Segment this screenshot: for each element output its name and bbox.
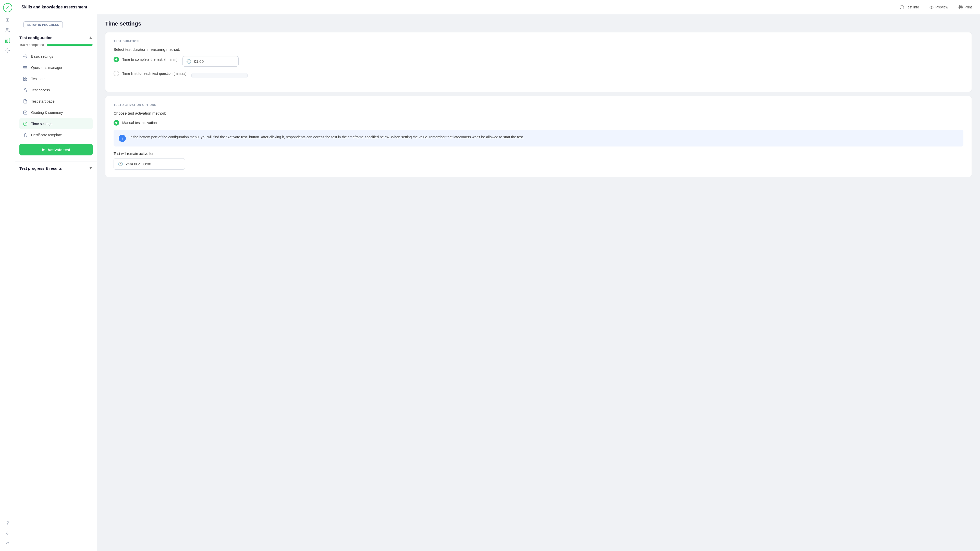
- manual-activation-radio[interactable]: [114, 120, 119, 126]
- test-access-icon: [22, 87, 28, 93]
- print-label: Print: [964, 5, 972, 9]
- svg-rect-20: [24, 90, 27, 92]
- test-duration-question: Select test duration measuring method:: [114, 47, 963, 51]
- print-icon: [958, 5, 963, 10]
- svg-point-10: [25, 56, 26, 57]
- nav-icon-chart[interactable]: [3, 36, 12, 45]
- svg-point-8: [931, 6, 932, 8]
- main-wrapper: Skills and knowledge assessment Test inf…: [15, 0, 980, 551]
- nav-icon-users[interactable]: [3, 25, 12, 35]
- left-sidebar: SETUP IN PROGRESS Test configuration ▲ 1…: [15, 14, 97, 551]
- content-area: SETUP IN PROGRESS Test configuration ▲ 1…: [15, 14, 980, 551]
- activate-play-icon: ▶: [42, 147, 45, 152]
- sidebar-item-grading-summary[interactable]: Grading & summary: [19, 107, 93, 118]
- complete-time-clock-icon: 🕐: [186, 59, 191, 64]
- active-for-label: Test will remain active for: [114, 151, 963, 156]
- complete-time-radio[interactable]: [114, 57, 119, 62]
- test-activation-question: Choose test activation method:: [114, 111, 963, 115]
- svg-rect-3: [9, 38, 10, 43]
- logo-icon: ✓: [3, 3, 12, 12]
- config-header[interactable]: Test configuration ▲: [19, 33, 93, 43]
- sidebar-item-test-access[interactable]: Test access: [19, 84, 93, 96]
- certificate-template-icon: [22, 132, 28, 138]
- icon-bar-top: ✓ ⊞: [3, 3, 12, 516]
- question-limit-label: Time limit for each test question (mm:ss…: [122, 72, 187, 76]
- duration-value: 24m 00d 00:00: [126, 162, 151, 166]
- header-actions: Test info Preview: [897, 4, 974, 10]
- sidebar-item-test-start-page[interactable]: Test start page: [19, 96, 93, 107]
- header-title: Skills and knowledge assessment: [21, 5, 87, 10]
- svg-rect-9: [959, 7, 962, 9]
- svg-rect-16: [24, 77, 25, 78]
- svg-point-0: [6, 28, 8, 30]
- main-content: Time settings TEST DURATION Select test …: [97, 14, 980, 551]
- duration-input[interactable]: 🕐 24m 00d 00:00: [114, 158, 185, 170]
- test-access-label: Test access: [31, 88, 50, 92]
- preview-button[interactable]: Preview: [927, 4, 950, 10]
- results-chevron-icon: ▼: [89, 166, 93, 170]
- icon-bar-bottom: ?: [3, 518, 12, 548]
- print-button[interactable]: Print: [956, 4, 974, 10]
- manual-activation-option: Manual test activation: [114, 120, 963, 126]
- config-section: Test configuration ▲ 100% completed: [15, 33, 97, 162]
- nav-icon-settings[interactable]: [3, 46, 12, 55]
- svg-rect-1: [5, 40, 6, 42]
- complete-time-option-row: Time to complete the test: (hh:mm): 🕐 01…: [114, 56, 963, 67]
- activation-info-text: In the bottom part of the configuration …: [129, 134, 524, 142]
- setup-badge: SETUP IN PROGRESS: [24, 21, 63, 28]
- icon-bar: ✓ ⊞ ?: [0, 0, 15, 551]
- sidebar-item-certificate-template[interactable]: Certificate template: [19, 129, 93, 141]
- test-start-page-icon: [22, 99, 28, 104]
- certificate-template-label: Certificate template: [31, 133, 62, 137]
- svg-rect-17: [26, 77, 27, 78]
- nav-icon-grid[interactable]: ⊞: [3, 15, 12, 24]
- active-for-section: Test will remain active for 🕐 24m 00d 00…: [114, 151, 963, 170]
- grading-summary-label: Grading & summary: [31, 110, 63, 115]
- collapse-arrow-icon: ▲: [89, 35, 93, 40]
- time-settings-label: Time settings: [31, 122, 52, 126]
- progress-bar-bg: [47, 44, 93, 46]
- activate-test-button[interactable]: ▶ Activate test: [19, 144, 93, 155]
- progress-bar-fill: [47, 44, 93, 46]
- preview-label: Preview: [935, 5, 948, 9]
- nav-icon-back[interactable]: [3, 529, 12, 538]
- complete-time-label: Time to complete the test: (hh:mm):: [122, 57, 178, 62]
- info-circle-icon: i: [119, 135, 126, 142]
- progress-section: 100% completed: [19, 43, 93, 47]
- test-sets-icon: [22, 76, 28, 82]
- nav-icon-expand[interactable]: [3, 539, 12, 548]
- test-sets-label: Test sets: [31, 77, 45, 81]
- activate-test-label: Activate test: [48, 148, 70, 152]
- page-title: Time settings: [105, 21, 972, 27]
- sidebar-item-test-sets[interactable]: Test sets: [19, 73, 93, 84]
- complete-time-input[interactable]: 🕐 01:00: [183, 56, 239, 67]
- svg-point-15: [23, 67, 24, 68]
- manual-activation-label: Manual test activation: [122, 121, 157, 125]
- svg-point-4: [7, 50, 8, 51]
- question-limit-option-row: Time limit for each test question (mm:ss…: [114, 71, 963, 80]
- test-activation-card: TEST ACTIVATION OPTIONS Choose test acti…: [105, 96, 972, 177]
- test-duration-label: TEST DURATION: [114, 40, 963, 43]
- test-progress-results-title: Test progress & results: [19, 166, 62, 170]
- progress-label: 100% completed: [19, 43, 44, 47]
- test-activation-label: TEST ACTIVATION OPTIONS: [114, 104, 963, 107]
- questions-manager-label: Questions manager: [31, 65, 62, 70]
- question-limit-radio-row: Time limit for each test question (mm:ss…: [114, 71, 187, 76]
- test-info-button[interactable]: Test info: [897, 4, 921, 10]
- question-limit-input: [191, 73, 248, 78]
- svg-rect-19: [26, 80, 27, 81]
- nav-icon-question[interactable]: ?: [3, 518, 12, 527]
- question-limit-radio[interactable]: [114, 71, 119, 76]
- grading-summary-icon: [22, 110, 28, 115]
- info-icon: [900, 5, 904, 10]
- sidebar-item-time-settings[interactable]: Time settings: [19, 118, 93, 129]
- basic-settings-label: Basic settings: [31, 54, 53, 59]
- basic-settings-icon: [22, 54, 28, 59]
- test-info-label: Test info: [906, 5, 919, 9]
- sidebar-item-basic-settings[interactable]: Basic settings: [19, 51, 93, 62]
- svg-point-14: [23, 66, 24, 67]
- time-settings-icon: [22, 121, 28, 127]
- test-progress-results-header[interactable]: Test progress & results ▼: [15, 162, 97, 175]
- sidebar-item-questions-manager[interactable]: Questions manager: [19, 62, 93, 73]
- svg-point-22: [24, 134, 26, 135]
